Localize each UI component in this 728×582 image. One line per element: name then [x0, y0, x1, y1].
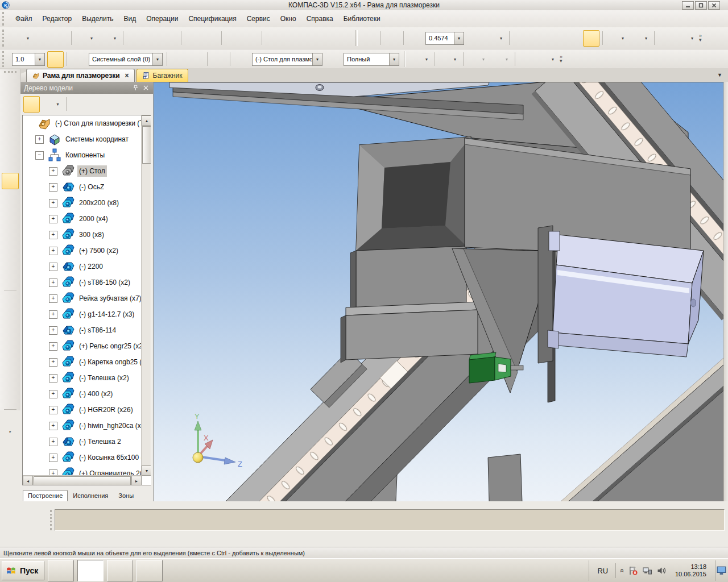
display-simplify-button[interactable] [606, 30, 628, 47]
menu-item[interactable]: Библиотеки [338, 13, 386, 25]
library-parts-button[interactable] [2, 411, 19, 428]
tree-item[interactable]: + (-) HGR20R (x26) [23, 402, 142, 418]
tree-expand-toggle[interactable]: + [49, 263, 57, 271]
tree-composition-button[interactable] [69, 96, 86, 113]
toolbar1-grip[interactable] [2, 30, 8, 47]
new-document-button[interactable] [11, 30, 33, 47]
tree-expand-toggle[interactable]: + [49, 454, 57, 462]
redo-button[interactable] [242, 30, 259, 47]
step-combo[interactable]: 1.0 ▾ [12, 53, 45, 66]
tree-expand-toggle[interactable]: + [49, 294, 57, 303]
tree-item[interactable]: − Компоненты [23, 147, 142, 163]
tree-expand-toggle[interactable]: + [49, 167, 57, 176]
tree-expand-toggle[interactable]: + [49, 358, 57, 367]
tree-expand-toggle[interactable]: + [49, 390, 57, 398]
restore-button[interactable] [695, 1, 707, 10]
tree-bottom-tab[interactable]: Зоны [113, 490, 139, 501]
tree-expand-toggle[interactable]: + [49, 199, 57, 207]
tree-item[interactable]: + (-) Телешка (x2) [23, 370, 142, 386]
open-document-button[interactable] [34, 30, 51, 47]
menu-item[interactable]: Файл [10, 13, 38, 25]
zoom-fit-button[interactable] [361, 30, 378, 47]
wireframe-mode-button[interactable] [512, 30, 529, 47]
measure-compass-button[interactable] [2, 189, 19, 206]
tree-item[interactable]: + (-) g1-14-12.7 (x3) [23, 306, 142, 322]
orientation-button[interactable] [675, 30, 697, 47]
tree-horizontal-scrollbar[interactable]: ◄ ► [23, 475, 142, 485]
pan-view-button[interactable] [484, 30, 506, 47]
context-help-button[interactable] [336, 30, 352, 47]
menu-item[interactable]: Вид [119, 13, 142, 25]
viewport-3d[interactable]: Y X Z [154, 82, 723, 502]
shaded-edges-mode-button[interactable] [583, 30, 599, 47]
display-params-button[interactable] [629, 30, 651, 47]
reference-button[interactable] [283, 30, 299, 47]
show-desktop-button[interactable] [715, 560, 728, 581]
tree-expand-toggle[interactable]: + [49, 342, 57, 351]
axes-display-button[interactable] [210, 51, 227, 68]
tree-item[interactable]: + Системы координат [23, 131, 142, 147]
step-dropdown[interactable]: ▾ [35, 53, 44, 65]
tree-relations-button[interactable] [87, 96, 104, 113]
axis-button[interactable] [2, 375, 19, 391]
spline-curve-button[interactable] [2, 107, 19, 123]
sketch-3d-button[interactable] [188, 51, 204, 68]
tree-expand-toggle[interactable]: + [49, 183, 57, 192]
tree-item[interactable]: + (-) Косынка 65x100 ( [23, 450, 142, 465]
tree-expand-toggle[interactable]: + [49, 326, 57, 335]
menu-item[interactable]: Окно [275, 13, 301, 25]
menu-item[interactable]: Редактор [38, 13, 77, 25]
tree-item[interactable]: + Рейка зубчатая (x7) [23, 290, 142, 306]
pin-panel-icon[interactable] [132, 84, 139, 92]
tree-bottom-tab[interactable]: Исполнения [68, 490, 113, 501]
points-button[interactable] [2, 140, 19, 156]
scroll-down-icon[interactable]: ▼ [142, 465, 151, 476]
detail-level-dropdown[interactable]: ▾ [389, 53, 399, 65]
rotate-view-button[interactable] [466, 30, 483, 47]
copy-properties-button[interactable] [184, 30, 201, 47]
minimize-button[interactable] [682, 1, 694, 10]
close-panel-icon[interactable] [142, 84, 150, 92]
scroll-right-icon[interactable]: ► [131, 476, 142, 485]
menu-item[interactable]: Операции [141, 13, 183, 25]
document-tab-active[interactable]: Рама для плазморезки × [26, 69, 135, 82]
stepper-motor[interactable] [548, 231, 704, 357]
toolbar1-overflow[interactable]: »▾ [699, 34, 702, 42]
edit-part-button[interactable] [2, 74, 19, 90]
action-center-flag-icon[interactable] [628, 566, 638, 576]
menu-item[interactable]: Спецификация [183, 13, 241, 25]
tree-item[interactable]: + 300 (x8) [23, 227, 142, 243]
tree-item[interactable]: + (-) 2200 [23, 259, 142, 275]
menu-item[interactable]: Справка [301, 13, 338, 25]
taskbar-files-button[interactable] [107, 560, 133, 581]
tree-bottom-tab[interactable]: Построение [23, 490, 68, 501]
section-view-button[interactable] [410, 51, 432, 68]
tree-item[interactable]: + (+) 7500 (x2) [23, 243, 142, 259]
tree-item[interactable]: + (-) ОсьZ [23, 179, 142, 195]
start-button[interactable]: Пуск [2, 561, 44, 580]
tray-expand-icon[interactable]: » [618, 569, 626, 573]
tree-item[interactable]: + (+) Стол [23, 163, 142, 179]
tree-expand-toggle[interactable]: + [49, 247, 57, 255]
document-tab-inactive[interactable]: Багажник [136, 69, 188, 82]
detail-level-combo[interactable]: Полный ▾ [344, 53, 399, 66]
angle-plane-button[interactable] [2, 342, 19, 358]
hidden-lines-thin-button[interactable] [548, 30, 564, 47]
cut-button[interactable] [126, 30, 143, 47]
tree-vscroll-thumb[interactable] [142, 126, 151, 164]
hidden-lines-mode-button[interactable] [530, 30, 547, 47]
tree-expand-toggle[interactable]: + [49, 374, 57, 383]
tree-item[interactable]: + (+) Ограничитель 2( [23, 465, 142, 476]
layer-combo[interactable]: Системный слой (0) ▾ [89, 53, 163, 66]
tree-item[interactable]: (-) Стол для плазморезки (Тел-0 [23, 115, 142, 131]
tree-vertical-scrollbar[interactable]: ▲ ▼ [141, 115, 151, 476]
operation-rounding-button[interactable] [466, 51, 489, 68]
current-component-button[interactable] [233, 51, 250, 68]
sketch-plane-button[interactable] [2, 156, 19, 173]
report-button[interactable] [2, 239, 19, 255]
surface-button[interactable] [2, 123, 19, 140]
undo-button[interactable] [225, 30, 241, 47]
tree-item[interactable]: + (-) hiwin_hgh20ca (x4 [23, 418, 142, 434]
print-button[interactable] [75, 30, 97, 47]
tree-item[interactable]: + (-) Каретка ongb25 ( [23, 354, 142, 370]
